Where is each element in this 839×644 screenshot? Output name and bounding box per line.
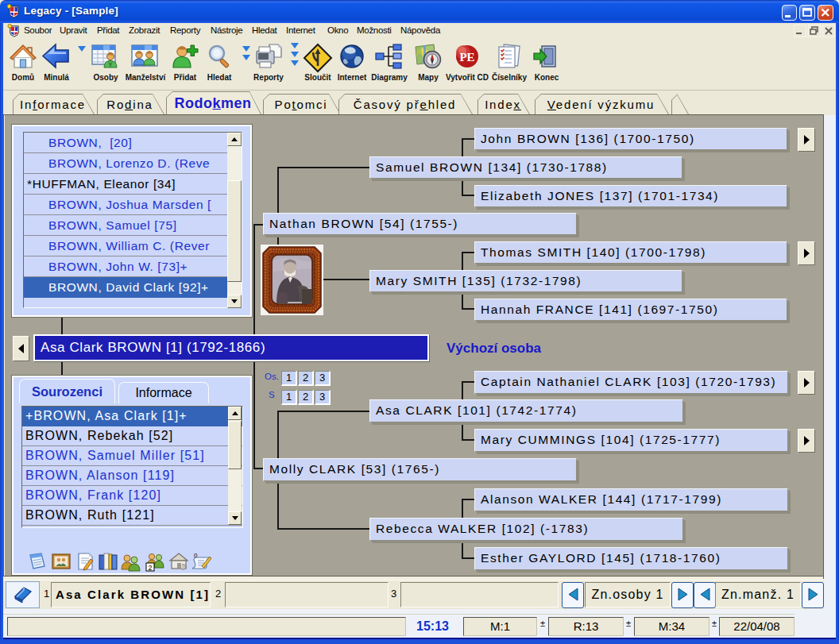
- svg-text:PE: PE: [459, 51, 474, 64]
- svg-text:2: 2: [148, 564, 152, 572]
